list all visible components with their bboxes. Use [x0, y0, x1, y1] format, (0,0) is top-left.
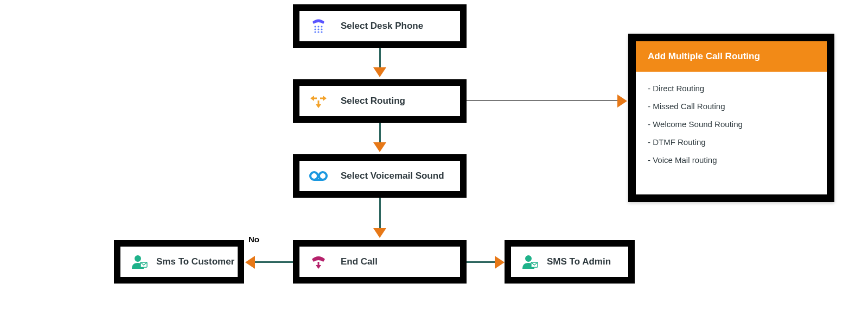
connector [467, 261, 496, 263]
svg-rect-10 [314, 98, 317, 99]
svg-point-8 [321, 31, 322, 33]
step-select-routing: Select Routing [293, 79, 467, 123]
voicemail-icon [309, 167, 328, 185]
svg-rect-12 [320, 98, 323, 99]
connector [379, 123, 381, 143]
svg-marker-9 [310, 96, 314, 101]
svg-point-4 [317, 28, 319, 30]
svg-point-15 [310, 172, 318, 180]
person-mail-icon [521, 253, 539, 271]
svg-rect-18 [318, 262, 320, 265]
svg-point-22 [525, 255, 532, 262]
panel-body: - Direct Routing - Missed Call Routing -… [636, 72, 827, 177]
step-sms-customer: Sms To Customer [114, 240, 244, 284]
svg-marker-19 [316, 265, 321, 269]
svg-point-6 [314, 31, 316, 33]
svg-point-5 [321, 28, 322, 30]
svg-marker-13 [316, 104, 321, 108]
arrow-down-icon [373, 228, 386, 238]
panel-item: - DTMF Routing [648, 133, 815, 151]
arrow-right-icon [617, 95, 627, 108]
diagram-canvas: Select Desk Phone Select Routing [0, 0, 868, 321]
step-label: Select Desk Phone [341, 21, 423, 32]
step-end-call: End Call [293, 240, 467, 284]
routing-icon [309, 92, 328, 110]
svg-point-20 [135, 255, 141, 262]
arrow-down-icon [373, 67, 386, 77]
step-label: SMS To Admin [547, 256, 611, 267]
svg-rect-14 [318, 100, 320, 104]
svg-point-2 [321, 26, 322, 27]
panel-item: - Voice Mail routing [648, 151, 815, 169]
end-call-icon [309, 253, 328, 271]
step-label: End Call [341, 256, 378, 267]
svg-point-16 [319, 172, 327, 180]
panel-title: Add Multiple Call Routing [636, 41, 827, 72]
svg-point-7 [317, 31, 319, 33]
step-sms-admin: SMS To Admin [505, 240, 635, 284]
desk-phone-icon [309, 17, 328, 35]
step-label: Sms To Customer [156, 256, 234, 267]
svg-point-0 [314, 26, 316, 27]
step-label: Select Voicemail Sound [341, 171, 444, 181]
arrow-down-icon [373, 142, 386, 152]
person-mail-icon [130, 253, 149, 271]
svg-point-3 [314, 28, 316, 30]
step-select-voicemail: Select Voicemail Sound [293, 154, 467, 198]
panel-call-routing: Add Multiple Call Routing - Direct Routi… [628, 34, 834, 202]
svg-marker-11 [323, 96, 327, 101]
edge-label-no: No [248, 235, 259, 244]
connector [379, 48, 381, 68]
step-select-desk-phone: Select Desk Phone [293, 4, 467, 48]
panel-item: - Missed Call Routing [648, 97, 815, 115]
connector [467, 100, 618, 101]
arrow-left-icon [245, 256, 255, 269]
svg-point-1 [317, 26, 319, 27]
panel-item: - Welcome Sound Routing [648, 115, 815, 133]
connector [379, 198, 381, 229]
step-label: Select Routing [341, 96, 405, 106]
panel-item: - Direct Routing [648, 79, 815, 97]
connector [254, 261, 293, 263]
arrow-right-icon [495, 256, 505, 269]
